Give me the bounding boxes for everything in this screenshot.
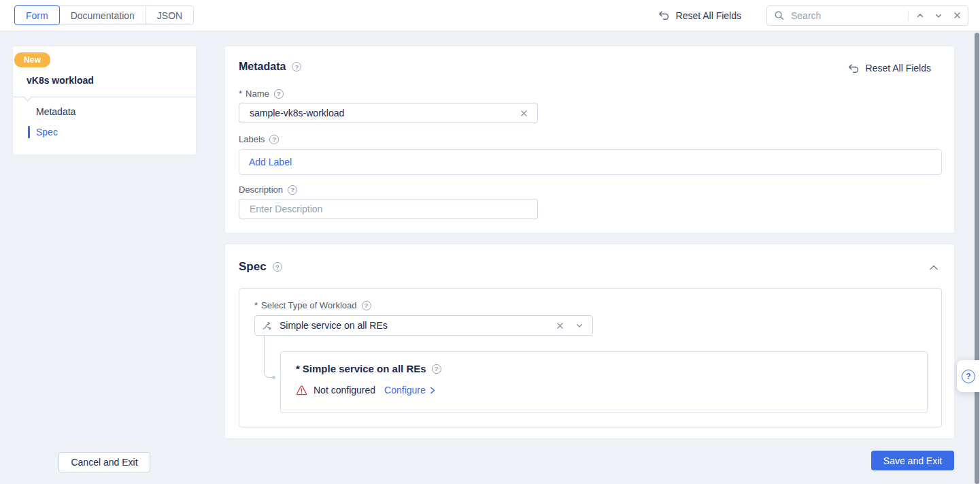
help-panel-button[interactable] [957, 360, 980, 392]
metadata-section: Metadata Reset All Fields * Name Labels … [224, 46, 955, 233]
configuration-status-row: Not configured Configure [296, 385, 437, 396]
save-and-exit-button[interactable]: Save and Exit [871, 451, 954, 470]
chevron-right-icon [428, 386, 437, 395]
name-field-label: * Name [239, 88, 284, 99]
workload-type-field-label: * Select Type of Workload [254, 300, 371, 310]
collapse-spec-button[interactable] [928, 263, 939, 272]
sidebar-divider [13, 97, 196, 97]
search-close-button[interactable] [950, 9, 964, 22]
name-label-text: Name [246, 88, 269, 99]
metadata-section-title: Metadata [239, 61, 301, 73]
undo-icon [847, 63, 860, 74]
configure-label: Configure [384, 385, 426, 396]
undo-icon [658, 10, 670, 20]
description-input[interactable] [248, 203, 530, 215]
labels-field-label: Labels [239, 134, 279, 144]
required-mark: * [296, 363, 300, 374]
reset-all-fields-button[interactable]: Reset All Fields [658, 10, 741, 21]
active-item-indicator [28, 126, 30, 138]
question-circle-icon [962, 370, 975, 383]
search-icon [774, 10, 785, 21]
cancel-and-exit-button[interactable]: Cancel and Exit [58, 452, 150, 472]
sidebar-item-metadata[interactable]: Metadata [36, 106, 75, 117]
sidebar-item-spec[interactable]: Spec [36, 127, 58, 138]
view-tabs: Form Documentation JSON [14, 5, 194, 25]
help-icon[interactable] [288, 185, 297, 195]
object-type-title: vK8s workload [27, 75, 94, 86]
workload-type-selected-value: Simple service on all REs [280, 320, 547, 331]
tab-form[interactable]: Form [14, 5, 60, 25]
configure-link[interactable]: Configure [384, 385, 437, 396]
required-mark: * [239, 88, 242, 99]
help-icon[interactable] [274, 89, 284, 99]
labels-label-text: Labels [239, 134, 265, 144]
search-bar [766, 5, 968, 26]
workload-type-select[interactable]: Simple service on all REs [254, 315, 593, 336]
labels-container: Add Label [239, 149, 942, 175]
status-text: Not configured [314, 385, 375, 396]
chevron-down-icon[interactable] [573, 319, 586, 332]
help-icon[interactable] [292, 62, 301, 71]
metadata-title-text: Metadata [239, 61, 286, 73]
caret-notch-icon [23, 93, 32, 101]
nested-field-title: * Simple service on all REs [296, 363, 441, 374]
name-input[interactable] [248, 107, 511, 119]
search-next-button[interactable] [932, 9, 945, 22]
spec-section-title: Spec [239, 260, 282, 274]
tab-json[interactable]: JSON [146, 5, 194, 25]
workload-config-container: * Simple service on all REs Not configur… [280, 351, 928, 413]
nested-title-text: Simple service on all REs [303, 363, 426, 374]
spec-fields-container: * Select Type of Workload Simple service… [239, 288, 942, 427]
screen: Form Documentation JSON Reset All Fields [0, 0, 980, 484]
warning-icon [296, 385, 307, 396]
help-icon[interactable] [362, 301, 371, 310]
tab-documentation[interactable]: Documentation [59, 5, 146, 25]
search-input[interactable] [790, 10, 903, 22]
vertical-scrollbar[interactable] [975, 33, 979, 484]
search-prev-button[interactable] [913, 9, 927, 22]
branch-icon [262, 321, 273, 331]
topbar: Form Documentation JSON Reset All Fields [0, 0, 980, 31]
spec-title-text: Spec [239, 260, 267, 274]
description-field-label: Description [239, 184, 297, 195]
workload-type-label-text: Select Type of Workload [261, 300, 356, 310]
description-input-box [239, 199, 538, 219]
reset-all-fields-label: Reset All Fields [676, 10, 741, 21]
description-label-text: Description [239, 184, 283, 195]
form-nav-sidebar: New vK8s workload Metadata Spec [12, 46, 197, 155]
help-icon[interactable] [269, 135, 279, 144]
search-divider [908, 10, 909, 21]
help-icon[interactable] [432, 364, 441, 374]
metadata-reset-all-button[interactable]: Reset All Fields [847, 63, 931, 74]
name-input-box [239, 103, 538, 123]
clear-name-button[interactable] [517, 106, 530, 120]
nested-connector-dot [272, 376, 275, 379]
spec-section: Spec * Select Type of Workload Simple se… [224, 244, 955, 439]
metadata-reset-all-label: Reset All Fields [866, 63, 931, 74]
new-badge: New [14, 52, 50, 67]
nested-connector-line [264, 336, 274, 378]
clear-selection-button[interactable] [553, 319, 567, 332]
add-label-button[interactable]: Add Label [249, 157, 292, 167]
required-mark: * [254, 300, 258, 310]
help-icon[interactable] [273, 262, 282, 272]
